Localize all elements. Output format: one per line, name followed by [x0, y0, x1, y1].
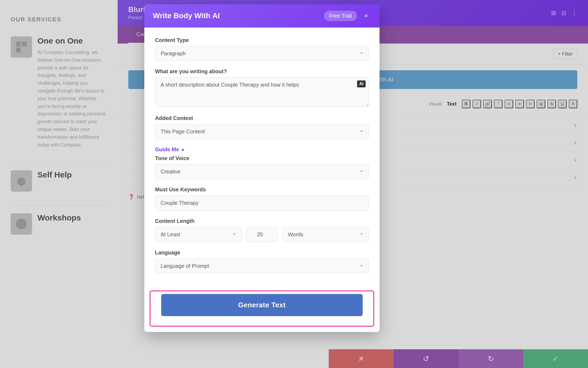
write-body-modal: Write Body With AI Free Trial × Content …	[144, 4, 380, 332]
length-number-input[interactable]	[246, 227, 278, 242]
language-select[interactable]: Language of Prompt English Spanish Frenc…	[155, 258, 369, 273]
added-context-select[interactable]: This Page Content None	[155, 124, 369, 139]
added-context-group: Added Context This Page Content None	[155, 115, 369, 139]
tone-of-voice-select[interactable]: Creative Professional Casual Formal	[155, 164, 369, 179]
writing-about-textarea[interactable]: A short description about Couple Therapy…	[155, 77, 369, 107]
modal-overlay: Write Body With AI Free Trial × Content …	[0, 0, 588, 368]
keywords-input[interactable]	[155, 195, 369, 211]
ai-badge: AI	[357, 80, 366, 87]
generate-text-button[interactable]: Generate Text	[161, 294, 363, 316]
content-type-group: Content Type Paragraph List Heading	[155, 37, 369, 61]
content-length-label: Content Length	[155, 218, 369, 224]
guide-me-link[interactable]: Guide Me ▲	[155, 146, 185, 153]
content-type-label: Content Type	[155, 37, 369, 43]
writing-about-group: What are you writing about? A short desc…	[155, 68, 369, 108]
content-type-select[interactable]: Paragraph List Heading	[155, 46, 369, 61]
tone-of-voice-group: Tone of Voice Creative Professional Casu…	[155, 155, 369, 179]
textarea-wrapper: A short description about Couple Therapy…	[155, 77, 369, 108]
language-group: Language Language of Prompt English Span…	[155, 250, 369, 273]
generate-button-wrapper: Generate Text	[150, 290, 374, 327]
guide-me-arrow-icon: ▲	[181, 147, 185, 152]
added-context-label: Added Context	[155, 115, 369, 121]
length-qualifier-select[interactable]: At Least At Most Exactly	[155, 227, 242, 242]
guide-me-label: Guide Me	[155, 146, 179, 153]
modal-body: Content Type Paragraph List Heading What…	[144, 28, 380, 290]
free-trial-badge: Free Trial	[324, 11, 357, 21]
content-length-row: At Least At Most Exactly Words Sentences…	[155, 227, 369, 242]
language-label: Language	[155, 250, 369, 256]
length-unit-select[interactable]: Words Sentences Paragraphs	[282, 227, 369, 242]
modal-header: Write Body With AI Free Trial ×	[144, 4, 380, 28]
content-length-group: Content Length At Least At Most Exactly …	[155, 218, 369, 242]
modal-close-button[interactable]: ×	[361, 11, 371, 21]
keywords-group: Must Use Keywords	[155, 187, 369, 211]
keywords-label: Must Use Keywords	[155, 187, 369, 193]
tone-of-voice-label: Tone of Voice	[155, 155, 369, 161]
modal-title: Write Body With AI	[153, 11, 220, 20]
writing-about-label: What are you writing about?	[155, 68, 369, 75]
modal-header-actions: Free Trial ×	[324, 11, 371, 21]
